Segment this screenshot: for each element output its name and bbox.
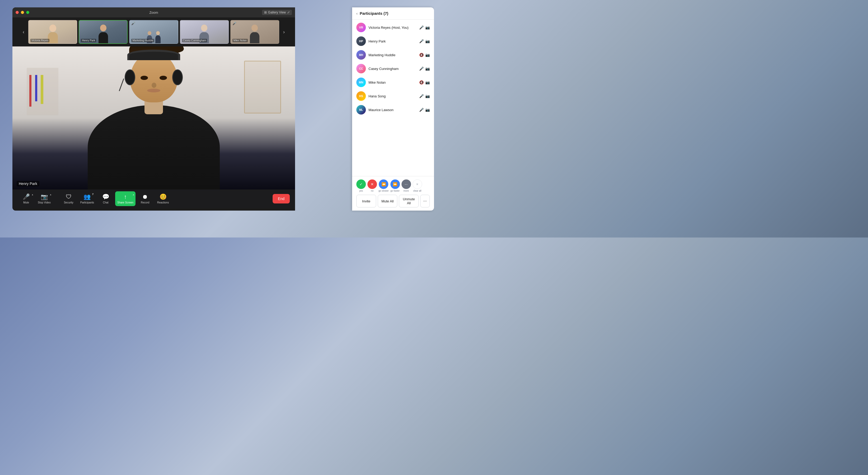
mic-icon-casey: 🎤: [419, 67, 424, 71]
thumbnail-henry[interactable]: Henry Park: [79, 20, 128, 44]
thumb-henry-label: Henry Park: [81, 39, 96, 42]
thumbnail-casey[interactable]: Casey Cunningham: [180, 20, 229, 44]
gallery-thumbnails: Victoria Reyes Henry Park: [28, 20, 279, 44]
participants-label: Participants: [80, 201, 94, 204]
participant-item-casey[interactable]: CC Casey Cunningham 🎤 📷: [352, 62, 434, 75]
participant-name-victoria: Victoria Reyes (Host, You): [369, 26, 416, 30]
gallery-view-button[interactable]: ⊞ Gallery View ⤢: [262, 10, 292, 15]
minimize-button[interactable]: [21, 11, 24, 14]
participant-icons-mike: 🔇 📷: [419, 80, 430, 84]
traffic-lights: [16, 11, 29, 14]
thumb-victoria-label: Victoria Reyes: [30, 39, 50, 42]
reaction-bar: ✓ yes ✕ no ⏪ go slower ⏩ go faster ··· m…: [352, 176, 434, 211]
participant-item-hana[interactable]: HS Hana Song 🎤 📷: [352, 89, 434, 103]
stop-video-label: Stop Video: [38, 201, 51, 204]
reactions-icon: 😊: [159, 194, 167, 200]
next-arrow[interactable]: ›: [281, 29, 287, 35]
stop-video-button[interactable]: 📷 Stop Video ▲: [36, 191, 53, 206]
reactions-label: Reactions: [157, 201, 169, 204]
mute-all-button[interactable]: Mute All: [378, 195, 398, 207]
share-screen-chevron-icon[interactable]: ▲: [132, 194, 134, 196]
close-button[interactable]: [16, 11, 19, 14]
yes-reaction-wrapper: ✓ yes: [356, 179, 366, 192]
share-screen-label: Share Screen: [117, 201, 133, 204]
participant-icons-maurice: 🎤 📷: [419, 108, 430, 112]
main-speaker-label: Henry Park: [17, 181, 39, 186]
gallery-view-label: Gallery View: [268, 10, 286, 14]
participants-panel: ‹ Participants (7) VR Victoria Reyes (Ho…: [352, 7, 434, 211]
more-reactions-button[interactable]: ···: [402, 179, 411, 189]
cam-icon-henry: 📷: [425, 39, 430, 43]
participant-name-mike: Mike Nolan: [369, 80, 416, 84]
record-button[interactable]: ⏺ Record: [136, 191, 153, 206]
security-label: Security: [64, 201, 73, 204]
thumbnail-mike[interactable]: 🎤 Mike Nolan: [230, 20, 279, 44]
reactions-button[interactable]: 😊 Reactions: [155, 191, 172, 206]
chat-button[interactable]: 💬 Chat: [97, 191, 114, 206]
avatar-casey: CC: [356, 64, 366, 73]
window-title: Zoom: [149, 10, 158, 14]
mic-icon-henry: 🎤: [419, 39, 424, 43]
toolbar: 🎤 Mute ▲ 📷 Stop Video ▲ 🛡 Security 👥 7 P…: [12, 190, 295, 208]
participant-name-henry: Henry Park: [369, 39, 416, 43]
participant-list: VR Victoria Reyes (Host, You) 🎤 📷 HP Hen…: [352, 20, 434, 176]
title-bar: Zoom ⊞ Gallery View ⤢: [12, 7, 295, 18]
expand-icon: ⤢: [287, 10, 290, 14]
more-options-button[interactable]: ···: [420, 195, 430, 207]
cam-icon-marketing: 📷: [425, 53, 430, 57]
thumb-mike-label: Mike Nolan: [232, 39, 248, 42]
chat-label: Chat: [103, 201, 108, 204]
go-slower-button[interactable]: ⏪: [379, 179, 388, 189]
more-reactions-label: more: [403, 190, 409, 192]
yes-reaction-label: yes: [359, 190, 363, 192]
shield-icon: 🛡: [66, 194, 71, 200]
go-faster-label: go faster: [391, 190, 400, 192]
go-slower-label: go slower: [378, 190, 389, 192]
clear-all-button[interactable]: ×: [413, 179, 422, 189]
participant-count-badge: 7: [92, 193, 94, 196]
maximize-button[interactable]: [26, 11, 29, 14]
go-slower-wrapper: ⏪ go slower: [378, 179, 389, 192]
prev-arrow[interactable]: ‹: [20, 29, 27, 35]
go-faster-button[interactable]: ⏩: [391, 179, 400, 189]
chat-icon: 💬: [102, 194, 110, 200]
panel-collapse-chevron-icon[interactable]: ‹: [356, 11, 358, 15]
video-chevron-icon[interactable]: ▲: [50, 194, 52, 196]
no-reaction-wrapper: ✕ no: [367, 179, 377, 192]
share-screen-button[interactable]: ↑ Share Screen ▲: [115, 191, 135, 206]
no-reaction-label: no: [371, 190, 373, 192]
participant-item-maurice[interactable]: ML Maurice Lawson 🎤 📷: [352, 103, 434, 116]
record-icon: ⏺: [142, 194, 148, 200]
yes-reaction-button[interactable]: ✓: [356, 179, 366, 189]
zoom-main-window: Zoom ⊞ Gallery View ⤢ ‹ Victoria Re: [12, 7, 295, 211]
cam-icon-maurice: 📷: [425, 108, 430, 112]
avatar-hana: HS: [356, 91, 366, 101]
no-reaction-button[interactable]: ✕: [367, 179, 377, 189]
security-button[interactable]: 🛡 Security: [60, 191, 77, 206]
thumbnail-marketing[interactable]: 🎤 Marketing Huddle: [129, 20, 178, 44]
invite-button[interactable]: Invite: [356, 195, 376, 207]
panel-title: Participants (7): [360, 11, 388, 15]
camera-icon: 📷: [41, 194, 48, 200]
cam-icon-hana: 📷: [425, 94, 430, 98]
mute-button[interactable]: 🎤 Mute ▲: [18, 191, 35, 206]
participant-item-marketing[interactable]: MH Marketing Huddle 🔇 📷: [352, 48, 434, 62]
avatar-henry: HP: [356, 36, 366, 46]
participant-item-victoria[interactable]: VR Victoria Reyes (Host, You) 🎤 📷: [352, 21, 434, 34]
end-call-button[interactable]: End: [273, 194, 290, 203]
thumb-marketing-emoji: 🎤: [131, 22, 135, 25]
avatar-maurice: ML: [356, 105, 366, 114]
mic-muted-icon-mike: 🔇: [419, 80, 424, 84]
thumbnail-victoria[interactable]: Victoria Reyes: [28, 20, 77, 44]
mute-chevron-icon[interactable]: ▲: [31, 194, 34, 196]
cam-icon-casey: 📷: [425, 67, 430, 71]
thumb-mike-emoji: 🎤: [232, 22, 237, 25]
participants-button[interactable]: 👥 7 Participants: [78, 191, 96, 206]
clear-all-wrapper: × clear all: [413, 179, 422, 192]
more-reactions-wrapper: ··· more: [402, 179, 411, 192]
participant-icons-henry: 🎤 📷: [419, 39, 430, 43]
participant-item-mike[interactable]: MN Mike Nolan 🔇 📷: [352, 75, 434, 89]
microphone-icon: 🎤: [23, 194, 30, 200]
participant-item-henry[interactable]: HP Henry Park 🎤 📷: [352, 34, 434, 48]
unmute-all-button[interactable]: Unmute All: [399, 195, 419, 207]
